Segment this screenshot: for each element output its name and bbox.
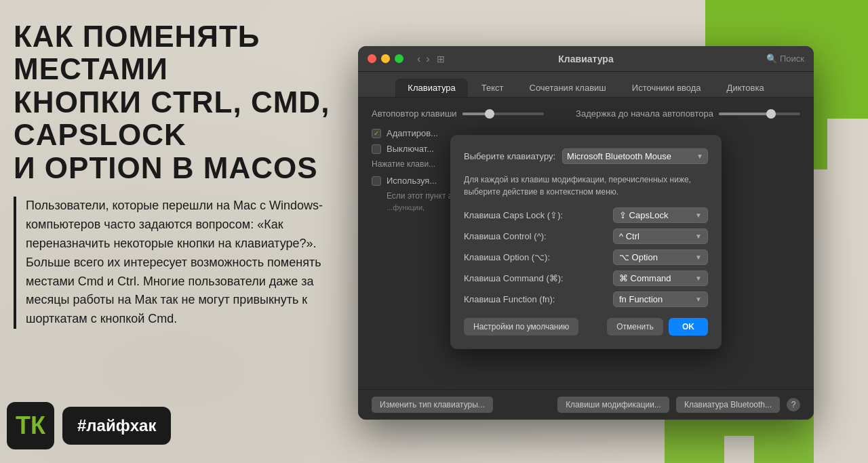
sliders-row: Автоповтор клавиши Задержка до начала ав… xyxy=(372,108,800,119)
delay-section: Задержка до начала автоповтора xyxy=(576,108,800,119)
command-arrow-icon: ▼ xyxy=(695,275,702,282)
bottom-bar: ТК #лайфхак xyxy=(7,402,171,449)
capslock-arrow-icon: ▼ xyxy=(695,212,702,219)
command-select[interactable]: ⌘ Command ▼ xyxy=(613,270,708,286)
search-icon: 🔍 xyxy=(766,54,777,64)
logo: ТК xyxy=(7,402,54,449)
delay-slider[interactable] xyxy=(719,113,800,115)
traffic-lights xyxy=(368,54,403,63)
tab-text[interactable]: Текст xyxy=(469,79,516,97)
control-arrow-icon: ▼ xyxy=(695,233,702,240)
bluetooth-keyboard-button[interactable]: Клавиатура Bluetooth... xyxy=(676,397,780,413)
tab-input-sources[interactable]: Источники ввода xyxy=(620,79,713,97)
modal-control-row: Клавиша Control (^): ^ Ctrl ▼ xyxy=(464,228,708,244)
tab-dictation[interactable]: Диктовка xyxy=(715,79,776,97)
checkbox-1[interactable]: ✓ xyxy=(372,129,381,138)
modal-function-row: Клавиша Function (fn): fn Function ▼ xyxy=(464,291,708,307)
option-arrow-icon: ▼ xyxy=(695,254,702,261)
defaults-button[interactable]: Настройки по умолчанию xyxy=(464,318,578,336)
function-select[interactable]: fn Function ▼ xyxy=(613,291,708,307)
autorepeat-slider[interactable] xyxy=(462,113,544,115)
capslock-label: Клавиша Caps Lock (⇪): xyxy=(464,210,563,220)
close-button[interactable] xyxy=(368,54,376,63)
modal-description: Для каждой из клавиш модификации, перечи… xyxy=(464,174,708,198)
function-value: fn Function xyxy=(619,294,663,304)
command-value: ⌘ Command xyxy=(619,273,671,283)
control-select[interactable]: ^ Ctrl ▼ xyxy=(613,228,708,244)
maximize-button[interactable] xyxy=(395,54,403,63)
ok-button[interactable]: OK xyxy=(669,318,708,336)
window-titlebar: ‹ › ⊞ Клавиатура 🔍 Поиск xyxy=(358,46,814,72)
delay-fill xyxy=(719,113,768,115)
delay-label: Задержка до начала автоповтора xyxy=(576,108,713,119)
modal-dialog: Выберите клавиатуру: Microsoft Bluetooth… xyxy=(450,135,722,349)
cancel-button[interactable]: Отменить xyxy=(607,318,663,336)
control-value: ^ Ctrl xyxy=(619,231,639,241)
tab-shortcuts[interactable]: Сочетания клавиш xyxy=(517,79,618,97)
keyboard-select-label: Выберите клавиатуру: xyxy=(464,151,555,161)
modal-keyboard-row: Выберите клавиатуру: Microsoft Bluetooth… xyxy=(464,148,708,164)
option-label: Клавиша Option (⌥): xyxy=(464,252,550,262)
article-text: Пользователи, которые перешли на Mac с W… xyxy=(14,197,339,329)
grid-icon: ⊞ xyxy=(437,54,445,64)
function-arrow-icon: ▼ xyxy=(695,296,702,303)
search-label: Поиск xyxy=(780,54,804,64)
autorepeat-thumb xyxy=(485,109,494,119)
modal-capslock-row: Клавиша Caps Lock (⇪): ⇪ CapsLock ▼ xyxy=(464,207,708,223)
keyboard-select[interactable]: Microsoft Bluetooth Mouse ▼ xyxy=(562,148,708,164)
autorepeat-label: Автоповтор клавиши xyxy=(372,108,457,119)
minimize-button[interactable] xyxy=(381,54,390,63)
toolbar: Клавиатура Текст Сочетания клавиш Источн… xyxy=(358,72,814,98)
option-value: ⌥ Option xyxy=(619,252,658,262)
command-label: Клавиша Command (⌘): xyxy=(464,273,564,283)
autorepeat-fill xyxy=(462,113,487,115)
checkbox-3[interactable] xyxy=(372,176,381,186)
window-footer: Изменить тип клавиатуры... Клавиши модиф… xyxy=(358,389,814,420)
modal-command-row: Клавиша Command (⌘): ⌘ Command ▼ xyxy=(464,270,708,286)
mac-window: ‹ › ⊞ Клавиатура 🔍 Поиск Клавиатура Текс… xyxy=(358,46,814,420)
window-nav: ‹ › xyxy=(417,53,430,65)
checkbox-2[interactable] xyxy=(372,144,381,154)
keyboard-value: Microsoft Bluetooth Mouse xyxy=(567,151,671,161)
capslock-select[interactable]: ⇪ CapsLock ▼ xyxy=(613,207,708,223)
help-button[interactable]: ? xyxy=(787,398,800,411)
back-arrow-icon[interactable]: ‹ xyxy=(417,53,420,65)
control-label: Клавиша Control (^): xyxy=(464,231,547,241)
checkbox-1-label: Адаптиров... xyxy=(387,128,438,138)
checkbox-3-label: Используя... xyxy=(387,176,437,186)
search-field[interactable]: 🔍 Поиск xyxy=(766,54,804,64)
autorepeat-section: Автоповтор клавиши xyxy=(372,108,544,119)
capslock-value: ⇪ CapsLock xyxy=(619,210,668,220)
left-panel: КАК ПОМЕНЯТЬ МЕСТАМИКНОПКИ CTRL, CMD, CA… xyxy=(0,0,359,463)
modal-buttons: Настройки по умолчанию Отменить OK xyxy=(464,318,708,336)
delay-thumb xyxy=(766,109,776,119)
modal-option-row: Клавиша Option (⌥): ⌥ Option ▼ xyxy=(464,249,708,265)
window-title: Клавиатура xyxy=(558,54,613,64)
option-select[interactable]: ⌥ Option ▼ xyxy=(613,249,708,265)
main-title: КАК ПОМЕНЯТЬ МЕСТАМИКНОПКИ CTRL, CMD, CA… xyxy=(14,20,339,184)
keyboard-select-arrow-icon: ▼ xyxy=(696,153,703,160)
hashtag: #лайфхак xyxy=(62,407,171,445)
checkbox-2-label: Выключат... xyxy=(387,144,434,154)
window-body: Автоповтор клавиши Задержка до начала ав… xyxy=(358,98,814,389)
modal-right-buttons: Отменить OK xyxy=(607,318,708,336)
tab-keyboard[interactable]: Клавиатура xyxy=(395,79,467,97)
change-keyboard-type-button[interactable]: Изменить тип клавиатуры... xyxy=(372,397,493,413)
function-label: Клавиша Function (fn): xyxy=(464,294,555,304)
forward-arrow-icon[interactable]: › xyxy=(426,53,429,65)
modifier-keys-button[interactable]: Клавиши модификации... xyxy=(557,397,669,413)
footer-right: Клавиши модификации... Клавиатура Blueto… xyxy=(557,397,800,413)
